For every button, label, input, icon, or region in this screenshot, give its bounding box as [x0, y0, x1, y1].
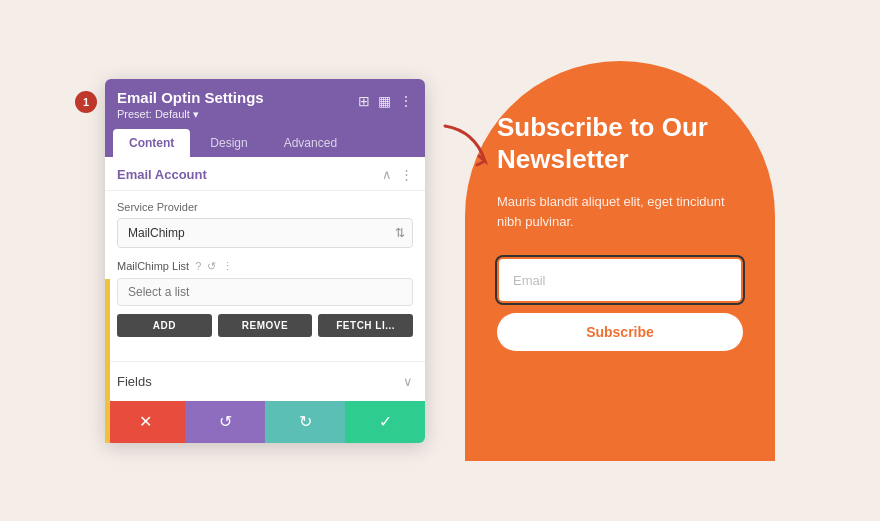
- collapse-icon[interactable]: ∧: [382, 167, 392, 182]
- email-input-box[interactable]: Email: [497, 257, 743, 303]
- list-more-icon[interactable]: ⋮: [222, 260, 233, 273]
- remove-button[interactable]: REMOVE: [218, 314, 313, 337]
- undo-button[interactable]: ↺: [185, 401, 265, 443]
- tab-design[interactable]: Design: [194, 129, 263, 157]
- add-button[interactable]: ADD: [117, 314, 212, 337]
- subscribe-button[interactable]: Subscribe: [497, 313, 743, 351]
- help-icon[interactable]: ?: [195, 260, 201, 272]
- refresh-icon[interactable]: ↺: [207, 260, 216, 273]
- action-buttons: ADD REMOVE FETCH LI...: [117, 314, 413, 337]
- select-list-input[interactable]: [117, 278, 413, 306]
- panel-preset[interactable]: Preset: Default ▾: [117, 108, 264, 121]
- pointer-arrow: [435, 121, 495, 176]
- redo-icon: ↻: [299, 412, 312, 431]
- tabs-bar: Content Design Advanced: [105, 129, 425, 157]
- email-placeholder-text: Email: [513, 273, 546, 288]
- mailchimp-list-label: MailChimp List: [117, 260, 189, 272]
- panel-header: Email Optin Settings Preset: Default ▾ ⊞…: [105, 79, 425, 129]
- expand-icon[interactable]: ⊞: [358, 93, 370, 109]
- email-account-section-header: Email Account ∧ ⋮: [105, 157, 425, 191]
- email-account-content: Service Provider MailChimp ⇅ MailChimp L…: [105, 191, 425, 361]
- undo-icon: ↺: [219, 412, 232, 431]
- redo-button[interactable]: ↻: [265, 401, 345, 443]
- panel-header-icons: ⊞ ▦ ⋮: [358, 93, 413, 109]
- newsletter-title: Subscribe to Our Newsletter: [497, 111, 743, 176]
- panel-toolbar: ✕ ↺ ↻ ✓: [105, 401, 425, 443]
- fields-label: Fields: [117, 374, 152, 389]
- panel-title: Email Optin Settings: [117, 89, 264, 106]
- service-provider-select[interactable]: MailChimp: [117, 218, 413, 248]
- settings-panel: Email Optin Settings Preset: Default ▾ ⊞…: [105, 79, 425, 443]
- step-badge: 1: [75, 91, 97, 113]
- newsletter-card: Subscribe to Our Newsletter Mauris bland…: [465, 61, 775, 461]
- service-provider-label: Service Provider: [117, 201, 413, 213]
- panel-body: Email Account ∧ ⋮ Service Provider MailC…: [105, 157, 425, 401]
- confirm-button[interactable]: ✓: [345, 401, 425, 443]
- more-icon[interactable]: ⋮: [399, 93, 413, 109]
- fetch-button[interactable]: FETCH LI...: [318, 314, 413, 337]
- fields-chevron-icon: ∨: [403, 374, 413, 389]
- email-account-title: Email Account: [117, 167, 207, 182]
- section-more-icon[interactable]: ⋮: [400, 167, 413, 182]
- layout-icon[interactable]: ▦: [378, 93, 391, 109]
- close-icon: ✕: [139, 412, 152, 431]
- service-provider-wrapper: MailChimp ⇅: [117, 218, 413, 248]
- newsletter-description: Mauris blandit aliquet elit, eget tincid…: [497, 192, 743, 234]
- tab-advanced[interactable]: Advanced: [268, 129, 353, 157]
- mailchimp-list-row: MailChimp List ? ↺ ⋮: [117, 260, 413, 273]
- fields-section[interactable]: Fields ∨: [105, 361, 425, 401]
- close-button[interactable]: ✕: [105, 401, 185, 443]
- tab-content[interactable]: Content: [113, 129, 190, 157]
- check-icon: ✓: [379, 412, 392, 431]
